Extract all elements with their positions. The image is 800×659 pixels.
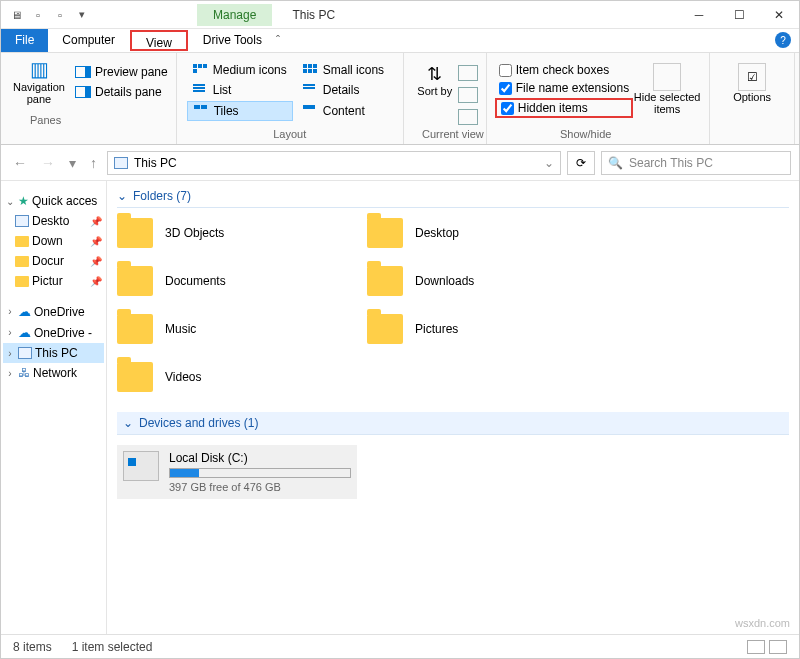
navigation-pane-button[interactable]: ▥ Navigation pane: [9, 57, 69, 142]
search-icon: 🔍: [608, 156, 623, 170]
checkbox-file-extensions[interactable]: File name extensions: [499, 81, 629, 95]
tree-quick-access[interactable]: ⌄★Quick acces: [3, 191, 104, 211]
drive-icon: [123, 451, 159, 481]
group-label-panes: Panes: [30, 112, 61, 128]
add-columns-button[interactable]: [458, 87, 478, 103]
tab-file[interactable]: File: [1, 29, 48, 52]
tree-this-pc[interactable]: ›This PC: [3, 343, 104, 363]
maximize-button[interactable]: ☐: [719, 1, 759, 28]
view-details-button[interactable]: [747, 640, 765, 654]
tree-pictures[interactable]: Pictur📌: [3, 271, 104, 291]
qat-item[interactable]: ▫: [29, 6, 47, 24]
folder-pictures[interactable]: Pictures: [367, 314, 607, 344]
status-selected: 1 item selected: [72, 640, 153, 654]
status-item-count: 8 items: [13, 640, 52, 654]
drive-free-text: 397 GB free of 476 GB: [169, 481, 351, 493]
folder-documents[interactable]: Documents: [117, 266, 357, 296]
tree-documents[interactable]: Docur📌: [3, 251, 104, 271]
folder-downloads[interactable]: Downloads: [367, 266, 607, 296]
hide-selected-button[interactable]: Hide selected items: [633, 57, 701, 142]
group-header-drives[interactable]: ⌄Devices and drives (1): [117, 412, 789, 435]
view-large-button[interactable]: [769, 640, 787, 654]
preview-pane-button[interactable]: Preview pane: [75, 65, 168, 79]
details-pane-button[interactable]: Details pane: [75, 85, 168, 99]
up-button[interactable]: ↑: [86, 153, 101, 173]
address-dropdown-icon[interactable]: ⌄: [544, 156, 554, 170]
window-title: This PC: [292, 8, 335, 22]
tree-desktop[interactable]: Deskto📌: [3, 211, 104, 231]
options-button[interactable]: ☑ Options: [718, 57, 786, 103]
tab-computer[interactable]: Computer: [48, 29, 129, 52]
folder-videos[interactable]: Videos: [117, 362, 357, 392]
checkbox-hidden-items[interactable]: Hidden items: [495, 98, 633, 118]
drive-name: Local Disk (C:): [169, 451, 351, 465]
navigation-tree[interactable]: ⌄★Quick acces Deskto📌 Down📌 Docur📌 Pictu…: [1, 181, 107, 634]
group-label-layout: Layout: [185, 126, 395, 142]
group-label-current-view: Current view: [422, 126, 484, 142]
tree-onedrive[interactable]: ›☁OneDrive: [3, 301, 104, 322]
layout-details[interactable]: Details: [297, 81, 393, 99]
breadcrumb[interactable]: This PC: [134, 156, 177, 170]
pc-icon: [114, 157, 128, 169]
back-button[interactable]: ←: [9, 153, 31, 173]
contextual-tab-manage[interactable]: Manage: [197, 4, 272, 26]
close-button[interactable]: ✕: [759, 1, 799, 28]
folder-desktop[interactable]: Desktop: [367, 218, 607, 248]
tree-onedrive2[interactable]: ›☁OneDrive -: [3, 322, 104, 343]
watermark: wsxdn.com: [735, 617, 790, 629]
tab-drive-tools[interactable]: Drive Tools: [189, 29, 276, 52]
group-header-folders[interactable]: ⌄Folders (7): [117, 181, 789, 208]
tree-downloads[interactable]: Down📌: [3, 231, 104, 251]
checkbox-item-check-boxes[interactable]: Item check boxes: [499, 63, 629, 77]
minimize-button[interactable]: ─: [679, 1, 719, 28]
search-input[interactable]: 🔍 Search This PC: [601, 151, 791, 175]
ribbon-collapse-icon[interactable]: ˆ: [276, 34, 280, 48]
refresh-button[interactable]: ⟳: [567, 151, 595, 175]
qat-dropdown[interactable]: ▾: [73, 6, 91, 24]
drive-usage-bar: [169, 468, 351, 478]
folder-music[interactable]: Music: [117, 314, 357, 344]
drive-local-c[interactable]: Local Disk (C:) 397 GB free of 476 GB: [117, 445, 357, 499]
forward-button[interactable]: →: [37, 153, 59, 173]
qat-item[interactable]: ▫: [51, 6, 69, 24]
address-bar[interactable]: This PC ⌄: [107, 151, 561, 175]
size-columns-button[interactable]: [458, 109, 478, 125]
layout-small-icons[interactable]: Small icons: [297, 61, 393, 79]
layout-list[interactable]: List: [187, 81, 293, 99]
help-icon[interactable]: ?: [775, 32, 791, 48]
group-label-show-hide: Show/hide: [560, 126, 611, 142]
pc-icon: 🖥: [7, 6, 25, 24]
tab-view[interactable]: View: [130, 30, 188, 51]
layout-medium-icons[interactable]: Medium icons: [187, 61, 293, 79]
layout-content[interactable]: Content: [297, 101, 393, 121]
layout-tiles[interactable]: Tiles: [187, 101, 293, 121]
group-by-button[interactable]: [458, 65, 478, 81]
tree-network[interactable]: ›🖧Network: [3, 363, 104, 383]
folder-3d-objects[interactable]: 3D Objects: [117, 218, 357, 248]
recent-dropdown[interactable]: ▾: [65, 153, 80, 173]
